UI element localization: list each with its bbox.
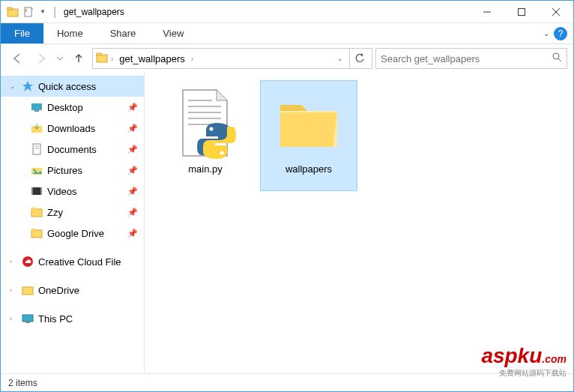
pictures-icon <box>31 164 43 176</box>
svg-rect-24 <box>31 230 42 238</box>
sidebar-item-this-pc[interactable]: › This PC <box>1 308 144 329</box>
expand-icon[interactable]: › <box>10 315 12 322</box>
search-icon[interactable] <box>552 52 562 65</box>
sidebar-item-desktop[interactable]: Desktop 📌 <box>1 97 144 118</box>
svg-rect-21 <box>40 187 42 195</box>
file-name: wallpapers <box>286 163 332 175</box>
videos-icon <box>31 185 43 197</box>
sidebar-item-pictures[interactable]: Pictures 📌 <box>1 160 144 181</box>
sidebar-item-google-drive[interactable]: Google Drive 📌 <box>1 223 144 244</box>
svg-rect-8 <box>97 53 101 55</box>
sidebar-label: Google Drive <box>47 228 104 239</box>
sidebar-label: Desktop <box>47 102 83 113</box>
svg-rect-4 <box>519 8 525 15</box>
file-item-python[interactable]: main.py <box>157 80 254 191</box>
pin-icon: 📌 <box>127 187 138 196</box>
window-controls <box>470 1 573 23</box>
folder-icon <box>31 227 43 239</box>
python-file-icon <box>169 85 241 160</box>
svg-rect-20 <box>31 187 33 195</box>
expand-icon[interactable]: › <box>10 286 12 294</box>
sidebar-label: Videos <box>47 186 77 197</box>
collapse-icon[interactable]: ⌄ <box>10 82 16 90</box>
window-title: get_wallpapers <box>64 7 124 17</box>
desktop-icon <box>31 101 43 113</box>
title-separator: | <box>53 5 56 19</box>
sidebar-item-creative-cloud[interactable]: › Creative Cloud File <box>1 251 144 272</box>
item-count: 2 items <box>8 378 37 388</box>
chevron-right-icon[interactable]: › <box>191 55 193 63</box>
folder-icon <box>7 6 19 18</box>
pin-icon: 📌 <box>127 145 138 154</box>
sidebar-item-quick-access[interactable]: ⌄ Quick access <box>1 76 144 97</box>
downloads-icon <box>31 122 43 134</box>
maximize-button[interactable] <box>504 1 539 23</box>
pin-icon: 📌 <box>127 166 138 175</box>
minimize-button[interactable] <box>470 1 504 23</box>
svg-rect-28 <box>22 315 33 322</box>
sidebar-item-documents[interactable]: Documents 📌 <box>1 139 144 160</box>
watermark: aspku.com 免费网站源码下载站 <box>481 344 567 379</box>
sidebar-label: Documents <box>47 144 97 155</box>
help-icon[interactable]: ? <box>554 27 567 40</box>
svg-rect-1 <box>7 7 12 10</box>
svg-rect-11 <box>31 103 42 110</box>
properties-icon[interactable] <box>23 6 35 18</box>
folder-icon <box>273 85 345 160</box>
svg-line-10 <box>558 58 561 61</box>
navigation-pane[interactable]: ⌄ Quick access Desktop 📌 Downloads 📌 Doc… <box>1 73 145 373</box>
sidebar-label: Creative Cloud File <box>38 256 121 268</box>
tab-share[interactable]: Share <box>97 23 150 43</box>
pin-icon: 📌 <box>127 124 138 133</box>
search-box[interactable] <box>375 48 567 69</box>
sidebar-item-zzy[interactable]: Zzy 📌 <box>1 202 144 223</box>
sidebar-item-videos[interactable]: Videos 📌 <box>1 181 144 202</box>
refresh-button[interactable] <box>349 49 369 68</box>
sidebar-label: Pictures <box>47 165 82 176</box>
explorer-window: ▼ | get_wallpapers File Home Share View … <box>0 0 574 392</box>
up-button[interactable] <box>68 48 89 69</box>
sidebar-item-onedrive[interactable]: › OneDrive <box>1 280 144 301</box>
back-button[interactable] <box>7 48 28 69</box>
svg-rect-29 <box>25 322 30 323</box>
pin-icon: 📌 <box>127 229 138 238</box>
svg-point-35 <box>210 127 214 131</box>
address-dropdown-icon[interactable]: ⌄ <box>333 55 348 62</box>
creative-cloud-icon <box>22 256 34 268</box>
qat-chevron-icon[interactable]: ▼ <box>40 8 46 15</box>
onedrive-icon <box>22 284 34 296</box>
chevron-right-icon[interactable]: › <box>111 55 113 63</box>
svg-rect-27 <box>22 287 33 295</box>
sidebar-item-downloads[interactable]: Downloads 📌 <box>1 118 144 139</box>
recent-locations-button[interactable] <box>55 48 65 69</box>
file-item-folder[interactable]: wallpapers <box>260 80 357 191</box>
title-bar: ▼ | get_wallpapers <box>1 1 573 23</box>
svg-rect-25 <box>31 229 36 231</box>
tab-home[interactable]: Home <box>43 23 97 43</box>
svg-rect-2 <box>25 7 31 16</box>
address-bar[interactable]: › get_wallpapers › ⌄ <box>92 48 372 69</box>
file-name: main.py <box>188 163 223 175</box>
sidebar-label: Downloads <box>47 123 95 134</box>
tab-view[interactable]: View <box>149 23 197 43</box>
star-icon <box>22 80 34 92</box>
sidebar-label: OneDrive <box>38 285 79 296</box>
expand-ribbon-icon[interactable]: ⌄ <box>543 29 549 37</box>
forward-button[interactable] <box>31 48 52 69</box>
tab-file[interactable]: File <box>1 23 43 43</box>
body: ⌄ Quick access Desktop 📌 Downloads 📌 Doc… <box>1 73 573 373</box>
svg-rect-19 <box>31 187 42 195</box>
documents-icon <box>31 143 43 155</box>
pin-icon: 📌 <box>127 103 138 112</box>
breadcrumb-item[interactable]: get_wallpapers <box>116 52 187 66</box>
close-button[interactable] <box>539 1 573 23</box>
folder-icon <box>96 52 108 66</box>
pin-icon: 📌 <box>127 208 138 217</box>
file-view[interactable]: main.py wallpapers <box>145 73 573 373</box>
svg-rect-22 <box>31 209 42 217</box>
svg-point-18 <box>34 169 36 172</box>
svg-rect-14 <box>33 144 40 154</box>
expand-icon[interactable]: › <box>10 258 12 265</box>
search-input[interactable] <box>381 53 552 64</box>
navigation-bar: › get_wallpapers › ⌄ <box>1 44 573 73</box>
